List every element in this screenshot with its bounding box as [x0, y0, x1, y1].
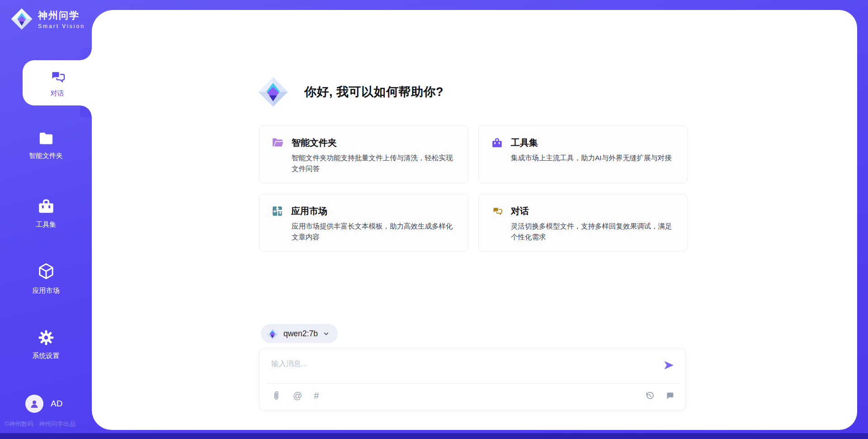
composer-divider — [265, 383, 680, 384]
model-diamond-icon — [266, 328, 278, 340]
model-selector[interactable]: qwen2:7b — [261, 324, 338, 343]
gear-icon — [36, 328, 56, 348]
sidebar-item-label: 应用市场 — [33, 286, 60, 295]
user-account[interactable]: AD — [25, 395, 62, 413]
card-title: 应用市场 — [291, 205, 327, 217]
active-tab-curve-bottom — [80, 105, 92, 117]
composer-toolbar-left: @ # — [271, 391, 319, 401]
sidebar: 神州问学 Smart Vision 对话 智能文件夹 — [0, 0, 92, 439]
composer-toolbar-right — [645, 391, 675, 401]
model-name: qwen2:7b — [283, 329, 318, 339]
user-initials: AD — [51, 399, 62, 409]
card-title: 智能文件夹 — [292, 137, 337, 149]
brand-name: 神州问学 — [38, 9, 85, 22]
card-description: 智能文件夹功能支持批量文件上传与清洗，轻松实现文件问答 — [292, 153, 459, 175]
card-description: 灵活切换多模型文件，支持多样回复效果调试，满足个性化需求 — [511, 221, 678, 243]
sidebar-item-app-market[interactable]: 应用市场 — [0, 262, 92, 295]
active-tab-curve-top — [80, 48, 92, 60]
sidebar-item-label: 智能文件夹 — [29, 152, 63, 160]
chevron-down-icon — [323, 330, 330, 337]
main-panel: 你好, 我可以如何帮助你? 智能文件夹 智能文件夹功能支持批量文件上传与清洗，轻… — [92, 10, 857, 430]
copyright-footer: ©神州数码 · 神州问学出品 — [5, 420, 90, 428]
sidebar-item-chat[interactable]: 对话 — [23, 60, 92, 105]
card-smart-folder[interactable]: 智能文件夹 智能文件夹功能支持批量文件上传与清洗，轻松实现文件问答 — [259, 125, 468, 183]
chat-icon — [491, 205, 503, 217]
card-description: 集成市场上主流工具，助力AI与外界无缝扩展与对接 — [511, 153, 678, 163]
folder-open-icon — [272, 138, 284, 148]
grid-icon — [272, 205, 283, 217]
assistant-diamond-icon — [257, 76, 289, 108]
hash-icon[interactable]: # — [314, 391, 319, 400]
card-title: 工具集 — [511, 137, 538, 149]
app-window: 神州问学 Smart Vision 对话 智能文件夹 — [0, 0, 868, 439]
folder-icon — [37, 129, 56, 148]
greeting-row: 你好, 我可以如何帮助你? — [257, 76, 443, 108]
chat-icon — [48, 68, 66, 86]
bottom-strip — [0, 433, 868, 439]
comment-icon[interactable] — [665, 391, 675, 401]
card-toolset[interactable]: 工具集 集成市场上主流工具，助力AI与外界无缝扩展与对接 — [478, 125, 688, 183]
greeting-text: 你好, 我可以如何帮助你? — [304, 84, 443, 100]
sidebar-item-toolset[interactable]: 工具集 — [0, 197, 92, 229]
message-composer: @ # — [259, 348, 686, 410]
sidebar-item-label: 对话 — [51, 89, 64, 98]
sidebar-item-smart-folder[interactable]: 智能文件夹 — [0, 129, 92, 160]
brand-diamond-icon — [10, 7, 33, 31]
send-icon[interactable] — [663, 359, 675, 371]
card-app-market[interactable]: 应用市场 应用市场提供丰富长文本模板，助力高效生成多样化文章内容 — [259, 194, 468, 252]
sidebar-item-settings[interactable]: 系统设置 — [0, 328, 92, 360]
at-icon[interactable]: @ — [293, 391, 302, 400]
person-icon — [29, 398, 40, 409]
card-title: 对话 — [511, 205, 529, 217]
toolbox-icon — [37, 197, 56, 216]
paperclip-icon[interactable] — [271, 391, 281, 401]
cube-icon — [36, 262, 56, 282]
card-description: 应用市场提供丰富长文本模板，助力高效生成多样化文章内容 — [292, 221, 459, 243]
sidebar-item-label: 系统设置 — [33, 352, 60, 360]
avatar — [25, 395, 43, 413]
card-chat[interactable]: 对话 灵活切换多模型文件，支持多样回复效果调试，满足个性化需求 — [478, 194, 688, 252]
toolbox-icon — [491, 137, 503, 149]
history-icon[interactable] — [645, 391, 655, 401]
brand-logo: 神州问学 Smart Vision — [10, 7, 85, 31]
sidebar-item-label: 工具集 — [36, 220, 56, 229]
brand-subtitle: Smart Vision — [38, 23, 85, 29]
message-input[interactable] — [271, 356, 646, 371]
